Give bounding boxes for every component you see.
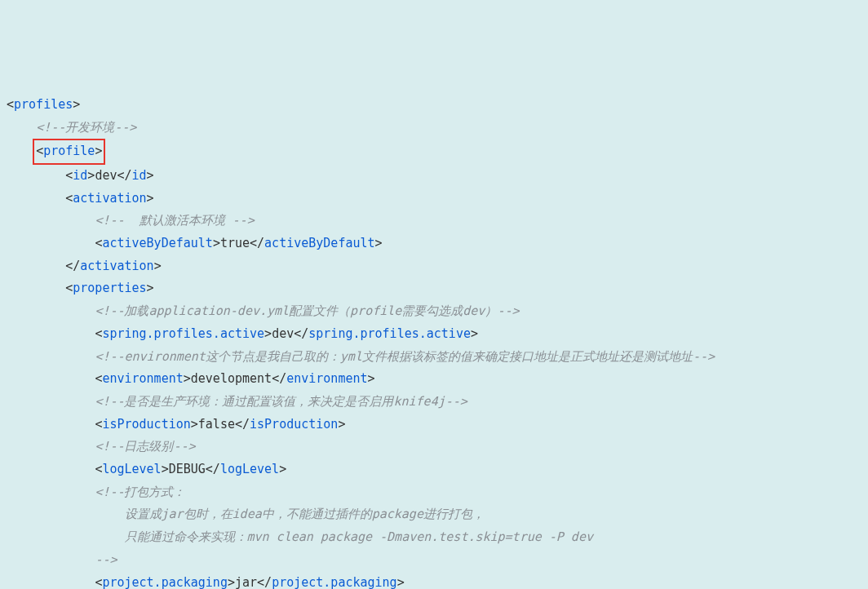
xml-comment: <!--是否是生产环境：通过配置该值，来决定是否启用knife4j--> bbox=[95, 394, 467, 409]
xml-text-value: true bbox=[220, 236, 250, 250]
angle-bracket: < bbox=[7, 97, 14, 112]
xml-tag-name: spring.profiles.active bbox=[102, 326, 264, 341]
angle-bracket: > bbox=[95, 144, 102, 158]
xml-tag-name: id bbox=[73, 168, 87, 183]
angle-bracket: </ bbox=[65, 259, 80, 273]
xml-tag-name: properties bbox=[73, 281, 146, 295]
xml-text-value: development bbox=[191, 371, 272, 386]
code-line: <properties> bbox=[7, 277, 861, 300]
xml-comment: <!--加载application-dev.yml配置文件（profile需要勾… bbox=[95, 303, 519, 318]
xml-tag-name: activation bbox=[80, 259, 153, 273]
code-line: <activeByDefault>true</activeByDefault> bbox=[7, 232, 861, 255]
code-line: <environment>development</environment> bbox=[7, 368, 861, 391]
xml-text-value: false bbox=[198, 417, 235, 432]
code-line: <!--加载application-dev.yml配置文件（profile需要勾… bbox=[7, 300, 861, 323]
code-line: <!--开发环境--> bbox=[7, 117, 861, 140]
xml-tag-name: environment bbox=[102, 371, 183, 386]
xml-comment: <!--日志级别--> bbox=[95, 439, 195, 454]
angle-bracket: < bbox=[36, 144, 43, 158]
code-line: 只能通过命令来实现：mvn clean package -Dmaven.test… bbox=[7, 526, 861, 549]
code-line: </activation> bbox=[7, 255, 861, 278]
xml-text-value: jar bbox=[235, 575, 257, 589]
xml-tag-name: environment bbox=[286, 371, 367, 386]
xml-comment: 只能通过命令来实现：mvn clean package -Dmaven.test… bbox=[125, 529, 593, 544]
xml-text-value: dev bbox=[95, 168, 117, 183]
angle-bracket: > bbox=[154, 259, 162, 273]
xml-comment: <!--打包方式： bbox=[95, 485, 185, 499]
code-line: <project.packaging>jar</project.packagin… bbox=[7, 572, 861, 589]
xml-comment: --> bbox=[95, 552, 117, 567]
code-line: <!--打包方式： bbox=[7, 481, 861, 504]
code-line: <!--environment这个节点是我自己取的：yml文件根据该标签的值来确… bbox=[7, 346, 861, 369]
code-line: <spring.profiles.active>dev</spring.prof… bbox=[7, 323, 861, 346]
xml-tag-name: activeByDefault bbox=[264, 236, 374, 250]
code-line: <!--日志级别--> bbox=[7, 436, 861, 458]
code-line: <!--是否是生产环境：通过配置该值，来决定是否启用knife4j--> bbox=[7, 391, 861, 414]
angle-bracket: > bbox=[147, 191, 154, 206]
xml-tag-name: profile bbox=[43, 144, 95, 158]
code-line: <activation> bbox=[7, 188, 861, 210]
xml-tag-name: spring.profiles.active bbox=[308, 326, 471, 341]
xml-comment: <!-- 默认激活本环境 --> bbox=[95, 213, 254, 228]
highlight-box: <profile> bbox=[33, 139, 105, 165]
xml-tag-name: logLevel bbox=[102, 462, 161, 476]
xml-comment: <!--开发环境--> bbox=[36, 120, 136, 135]
code-line: <logLevel>DEBUG</logLevel> bbox=[7, 458, 861, 481]
code-line: 设置成jar包时，在idea中，不能通过插件的package进行打包， bbox=[7, 503, 861, 526]
angle-bracket: > bbox=[147, 281, 154, 295]
angle-bracket: < bbox=[65, 281, 73, 295]
angle-bracket: < bbox=[65, 191, 73, 206]
xml-tag-name: activeByDefault bbox=[102, 236, 212, 250]
code-line: <profile> bbox=[7, 139, 861, 165]
angle-bracket: > bbox=[73, 97, 80, 112]
xml-comment: 设置成jar包时，在idea中，不能通过插件的package进行打包， bbox=[125, 507, 485, 521]
xml-text-value: dev bbox=[272, 326, 294, 341]
code-line: <id>dev</id> bbox=[7, 165, 861, 188]
xml-comment: <!--environment这个节点是我自己取的：yml文件根据该标签的值来确… bbox=[95, 349, 715, 364]
xml-tag-name: isProduction bbox=[102, 417, 190, 432]
xml-tag-name: project.packaging bbox=[102, 575, 228, 589]
xml-tag-name: activation bbox=[73, 191, 146, 206]
xml-tag-name: project.packaging bbox=[272, 575, 397, 589]
code-line: <!-- 默认激活本环境 --> bbox=[7, 210, 861, 232]
code-line: <profiles> bbox=[7, 94, 861, 117]
xml-tag-name: isProduction bbox=[250, 417, 338, 432]
xml-tag-name: id bbox=[132, 168, 147, 183]
code-line: <isProduction>false</isProduction> bbox=[7, 414, 861, 436]
code-line: --> bbox=[7, 549, 861, 572]
xml-code-block: <profiles> <!--开发环境--> <profile> <id>dev… bbox=[7, 94, 861, 589]
xml-tag-name: logLevel bbox=[220, 462, 279, 476]
xml-text-value: DEBUG bbox=[169, 462, 206, 476]
xml-tag-name: profiles bbox=[14, 97, 73, 112]
